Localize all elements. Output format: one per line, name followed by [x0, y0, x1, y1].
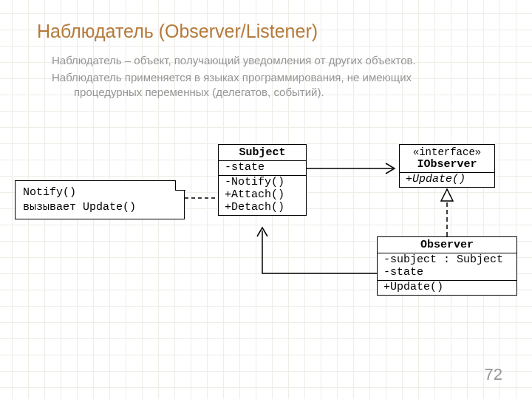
iobserver-ops: +Update(): [400, 173, 494, 187]
observer-attr-0: -subject : Subject: [383, 253, 511, 266]
subject-attrs: -state: [219, 161, 306, 175]
uml-note: Notify() вызывает Update(): [15, 180, 185, 219]
paragraph-1: Наблюдатель – объект, получающий уведомл…: [52, 53, 495, 68]
paragraph-2-line2: процедурных переменных (делегатов, событ…: [52, 85, 495, 100]
subject-ops: -Notify() +Attach() +Detach(): [219, 175, 306, 215]
observer-op-0: +Update(): [383, 281, 511, 293]
page-number: 72: [485, 365, 502, 384]
observer-attrs: -subject : Subject -state: [378, 253, 516, 280]
subject-op-1: +Attach(): [225, 188, 300, 201]
iobserver-name: IObserver: [417, 158, 477, 171]
observer-name: Observer: [378, 237, 516, 253]
uml-class-subject: Subject -state -Notify() +Attach() +Deta…: [218, 144, 307, 216]
observer-ops: +Update(): [378, 280, 516, 295]
iobserver-stereotype: «interface»: [406, 146, 488, 158]
paragraph-2: Наблюдатель применяется в языках програм…: [52, 70, 495, 100]
subject-attr-0: -state: [225, 161, 300, 174]
uml-interface-iobserver: «interface» IObserver +Update(): [399, 144, 495, 188]
subject-op-2: +Detach(): [225, 201, 300, 214]
uml-class-observer: Observer -subject : Subject -state +Upda…: [377, 236, 517, 296]
observer-attr-1: -state: [383, 266, 511, 279]
note-fold-icon: [175, 180, 185, 191]
paragraph-2-line1: Наблюдатель применяется в языках програм…: [52, 71, 412, 83]
iobserver-op-0: +Update(): [406, 173, 488, 185]
iobserver-header: «interface» IObserver: [400, 145, 494, 173]
subject-name: Subject: [219, 145, 306, 161]
slide-title: Наблюдатель (Observer/Listener): [37, 21, 318, 42]
subject-op-0: -Notify(): [225, 176, 300, 188]
note-line1: Notify(): [23, 186, 76, 199]
note-line2: вызывает Update(): [23, 201, 136, 214]
